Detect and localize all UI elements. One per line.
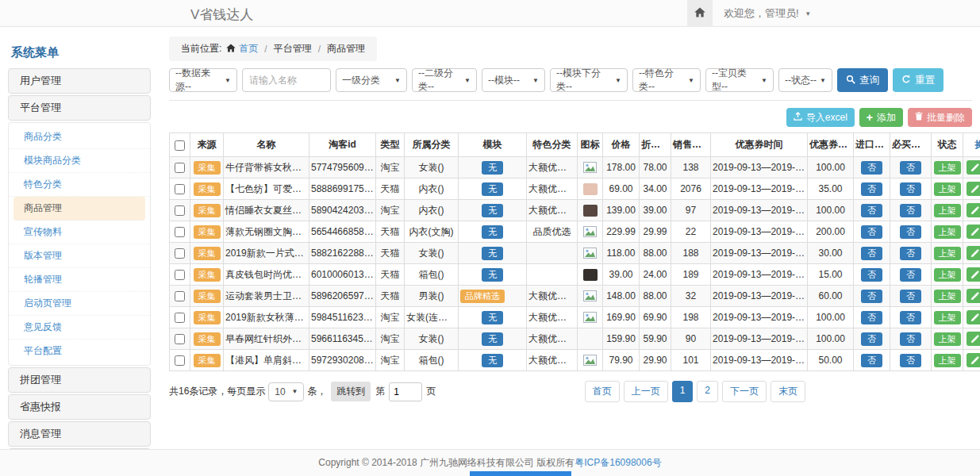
page-button[interactable]: 2 [697,381,718,402]
filter-select[interactable]: --模块--▼ [482,68,545,92]
user-menu[interactable]: 欢迎您，管理员! ▼ [713,6,811,21]
must-buy-badge[interactable]: 否 [900,268,921,282]
icp-link[interactable]: 粤ICP备16098006号 [575,456,661,470]
imported-badge[interactable]: 否 [861,182,882,196]
name-search-input[interactable] [242,68,331,92]
page-size-select[interactable]: 10▼ [268,382,304,401]
row-checkbox[interactable] [175,227,185,237]
sidebar-subitem[interactable]: 模块商品分类 [9,149,150,173]
sidebar-group[interactable]: 拼团管理 [8,367,151,393]
module-badge[interactable]: 无 [482,354,503,367]
imported-badge[interactable]: 否 [861,332,882,346]
sidebar-subitem[interactable]: 商品管理 [13,197,145,221]
edit-button[interactable] [967,182,980,196]
sidebar-subitem[interactable]: 宣传物料 [9,221,150,244]
imported-badge[interactable]: 否 [861,225,882,239]
module-badge[interactable]: 无 [482,225,503,239]
page-button[interactable]: 首页 [585,381,620,402]
edit-button[interactable] [967,332,980,346]
sidebar-group-users[interactable]: 用户管理 [8,68,151,94]
col-header[interactable]: 操作 [963,133,980,157]
edit-button[interactable] [967,289,980,303]
edit-button[interactable] [967,267,980,282]
status-badge[interactable]: 上架 [934,247,961,260]
status-badge[interactable]: 上架 [934,161,961,175]
imported-badge[interactable]: 否 [861,268,882,282]
status-badge[interactable]: 上架 [934,204,961,217]
must-buy-badge[interactable]: 否 [900,354,921,367]
status-badge[interactable]: 上架 [934,268,961,282]
search-button[interactable]: 查询 [837,68,888,92]
sidebar-group-platform[interactable]: 平台管理 [8,95,151,121]
row-checkbox[interactable] [175,163,185,173]
sidebar-subitem[interactable]: 启动页管理 [9,292,150,316]
imported-badge[interactable]: 否 [861,354,882,367]
filter-select[interactable]: --二级分类--▼ [412,68,477,92]
sidebar-subitem[interactable]: 平台配置 [9,340,150,363]
sidebar-subitem[interactable]: 轮播管理 [9,268,150,292]
status-badge[interactable]: 上架 [934,354,961,367]
module-badge[interactable]: 无 [482,247,503,260]
filter-select[interactable]: 一级分类▼ [336,68,407,92]
scrollbar-thumb[interactable] [470,471,571,476]
row-checkbox[interactable] [175,334,185,344]
module-badge[interactable]: 无 [482,311,503,324]
page-button[interactable]: 1 [672,381,694,402]
page-button[interactable]: 末页 [771,381,805,402]
must-buy-badge[interactable]: 否 [900,247,921,260]
row-checkbox[interactable] [175,270,185,280]
import-excel-button[interactable]: 导入excel [786,108,855,127]
page-button[interactable]: 下一页 [722,381,767,402]
page-number-input[interactable] [389,382,422,401]
sidebar-subitem[interactable]: 版本管理 [9,244,150,268]
row-checkbox[interactable] [175,184,185,194]
edit-button[interactable] [967,225,980,239]
row-checkbox[interactable] [175,355,185,366]
module-badge[interactable]: 无 [482,161,503,175]
reset-button[interactable]: 重置 [893,68,943,92]
sidebar-subitem[interactable]: 意见反馈 [9,316,150,340]
sidebar-group[interactable]: 省惠快报 [8,394,151,420]
home-button[interactable] [687,0,713,27]
imported-badge[interactable]: 否 [861,161,882,175]
imported-badge[interactable]: 否 [861,290,882,303]
status-badge[interactable]: 上架 [934,225,961,239]
sidebar-group[interactable]: 消息管理 [8,421,151,447]
imported-badge[interactable]: 否 [861,204,882,217]
must-buy-badge[interactable]: 否 [900,311,921,324]
page-button[interactable]: 上一页 [624,381,668,402]
edit-button[interactable] [967,246,980,260]
module-badge[interactable]: 无 [482,182,503,196]
status-badge[interactable]: 上架 [934,332,961,346]
edit-button[interactable] [967,203,980,217]
sidebar-subitem[interactable]: 特色分类 [9,173,150,197]
filter-select[interactable]: --状态--▼ [778,68,832,92]
status-badge[interactable]: 上架 [934,311,961,324]
imported-badge[interactable]: 否 [861,247,882,260]
row-checkbox[interactable] [175,248,185,259]
must-buy-badge[interactable]: 否 [900,290,921,303]
module-badge[interactable]: 无 [482,204,503,217]
must-buy-badge[interactable]: 否 [900,332,921,346]
edit-button[interactable] [967,353,980,367]
jump-button[interactable]: 跳转到 [331,382,371,401]
status-badge[interactable]: 上架 [934,182,961,196]
row-checkbox[interactable] [175,205,185,216]
filter-select[interactable]: --数据来源--▼ [169,68,237,92]
must-buy-badge[interactable]: 否 [900,225,921,239]
status-badge[interactable]: 上架 [934,290,961,303]
filter-select[interactable]: --宝贝类型--▼ [705,68,774,92]
row-checkbox[interactable] [175,313,185,323]
filter-select[interactable]: --特色分类--▼ [632,68,701,92]
must-buy-badge[interactable]: 否 [900,204,921,217]
select-all-checkbox[interactable] [175,140,185,151]
imported-badge[interactable]: 否 [861,311,882,324]
edit-button[interactable] [967,160,980,175]
module-badge[interactable]: 无 [482,268,503,282]
sidebar-subitem[interactable]: 商品分类 [9,125,150,149]
filter-select[interactable]: --模块下分类--▼ [550,68,628,92]
must-buy-badge[interactable]: 否 [900,161,921,175]
breadcrumb-home-link[interactable]: 首页 [239,42,258,56]
module-badge[interactable]: 品牌精选 [460,290,505,303]
must-buy-badge[interactable]: 否 [900,182,921,196]
